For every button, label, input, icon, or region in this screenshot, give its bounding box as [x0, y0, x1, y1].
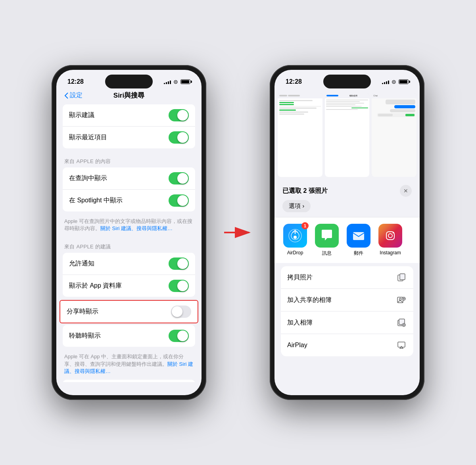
apple-suggestions-group: 允許通知 顯示於 App 資料庫	[63, 253, 195, 297]
messages-label: 訊息	[322, 250, 332, 257]
back-button-1[interactable]: 設定	[64, 91, 83, 100]
page-title-1: Siri與搜尋	[113, 91, 144, 100]
share-app-instagram[interactable]: Instagram	[378, 224, 403, 257]
apple-content-label: 來自 APPLE 的內容	[56, 152, 202, 167]
airplay-icon	[396, 340, 407, 351]
signal-icon-2	[382, 79, 389, 84]
options-button[interactable]: 選項 ›	[282, 200, 311, 212]
battery-icon-2	[399, 79, 409, 84]
mail-app-icon	[347, 224, 370, 248]
highlighted-share-row: 分享時顯示	[60, 300, 198, 323]
setting-allow-notifications[interactable]: 允許通知	[63, 253, 195, 275]
wifi-icon-1: ⊜	[173, 79, 178, 85]
footer-note: Apple 可在 App 中、主畫面和鎖定畫面上，或在你分享、搜尋、查詢字詞和使…	[56, 350, 202, 380]
nav-bar-1: 設定 Siri與搜尋	[56, 91, 202, 104]
app-list-group: 🔲 輕巧 App › 🌤 天氣 › 🌦	[63, 380, 195, 382]
action-airplay[interactable]: AirPlay	[281, 334, 413, 356]
setting-show-when-listening[interactable]: 聆聽時顯示	[63, 325, 195, 347]
red-arrow-icon	[222, 217, 254, 248]
messages-app-icon	[315, 224, 339, 248]
dynamic-island-2	[323, 75, 371, 88]
signal-icon-1	[164, 79, 171, 84]
instagram-app-icon	[378, 224, 402, 248]
share-header: 已選取 2 張照片 ✕	[274, 179, 420, 200]
apple-content-group: 在查詢中顯示 在 Spotlight 中顯示	[63, 167, 195, 211]
toggle-show-recent[interactable]	[169, 131, 189, 144]
add-shared-album-icon	[396, 294, 407, 306]
svg-point-8	[388, 234, 392, 238]
action-add-shared-album[interactable]: 加入共享的相簿	[281, 289, 413, 311]
toggle-app-library[interactable]	[169, 280, 189, 292]
svg-point-9	[393, 232, 394, 234]
svg-point-4	[294, 236, 297, 239]
time-2: 12:28	[286, 78, 302, 85]
setting-show-recent[interactable]: 顯示最近項目	[63, 127, 195, 148]
airdrop-app-icon: 1	[283, 224, 307, 248]
screenshot-thumb-2: 輔助使用	[325, 93, 370, 177]
phone-share-sheet: 12:28 ⊜	[270, 65, 424, 400]
share-app-airdrop[interactable]: 1 AirDrop	[282, 224, 308, 257]
share-sheet-panel: 已選取 2 張照片 ✕ 選項 › 1	[274, 179, 420, 356]
setting-show-app-library[interactable]: 顯示於 App 資料庫	[63, 275, 195, 297]
phone2-screen: 12:28 ⊜	[274, 70, 420, 395]
mail-label: 郵件	[354, 250, 363, 257]
setting-show-in-lookup[interactable]: 在查詢中顯示	[63, 167, 195, 190]
dynamic-island-1	[105, 75, 153, 88]
share-apps-row: 1 AirDrop	[274, 217, 420, 263]
toggle-show-suggestions[interactable]	[169, 109, 189, 121]
screenshot-thumb-1	[278, 93, 322, 177]
share-app-messages[interactable]: 訊息	[314, 224, 340, 257]
copy-photo-icon	[396, 272, 407, 283]
status-icons-2: ⊜	[382, 79, 409, 85]
apple-content-note: Apple 可在查詢照片中的文字或物品時顯示內容，或在搜尋時顯示內容。關於 Si…	[56, 215, 202, 237]
airdrop-label: AirDrop	[287, 250, 303, 256]
setting-show-suggestions[interactable]: 顯示建議	[63, 104, 195, 127]
toggle-lookup[interactable]	[169, 172, 189, 184]
toggle-notifications[interactable]	[169, 257, 189, 270]
setting-show-when-sharing[interactable]: 分享時顯示	[60, 301, 198, 323]
action-add-album[interactable]: 加入相簿	[281, 311, 413, 334]
apple-suggestions-label: 來自 APPLE 的建議	[56, 237, 202, 253]
toggle-spotlight[interactable]	[169, 194, 189, 207]
status-icons-1: ⊜	[164, 79, 190, 85]
screenshots-preview: 輔助使用	[274, 91, 420, 179]
airdrop-badge: 1	[301, 222, 309, 229]
app-item-clips[interactable]: 🔲 輕巧 App ›	[63, 380, 195, 382]
settings-content-1[interactable]: 顯示建議 顯示最近項目 來自 APPLE 的內容	[56, 104, 202, 382]
main-container: 12:28 ⊜	[52, 65, 424, 400]
wifi-icon-2: ⊜	[392, 79, 396, 85]
share-actions-list: 拷貝照片 加入共享的相簿	[281, 266, 413, 356]
share-close-button[interactable]: ✕	[400, 185, 412, 197]
share-app-mail[interactable]: 郵件	[346, 224, 371, 257]
toggle-share[interactable]	[171, 306, 191, 318]
share-title: 已選取 2 張照片	[282, 187, 328, 195]
phone-siri-settings: 12:28 ⊜	[52, 65, 206, 400]
svg-point-13	[399, 298, 401, 300]
instagram-label: Instagram	[380, 250, 401, 256]
listen-group: 聆聽時顯示	[63, 325, 195, 347]
add-album-icon	[396, 317, 407, 328]
screenshot-thumb-3: Chat	[372, 93, 416, 177]
action-copy-photo[interactable]: 拷貝照片	[281, 266, 413, 289]
phone1-screen: 12:28 ⊜	[56, 70, 202, 395]
time-1: 12:28	[67, 78, 84, 85]
toggle-listen[interactable]	[169, 330, 189, 342]
arrow-container	[222, 65, 254, 400]
top-group: 顯示建議 顯示最近項目	[63, 104, 195, 148]
svg-rect-11	[400, 274, 405, 280]
battery-icon-1	[180, 79, 190, 84]
setting-show-in-spotlight[interactable]: 在 Spotlight 中顯示	[63, 190, 195, 211]
